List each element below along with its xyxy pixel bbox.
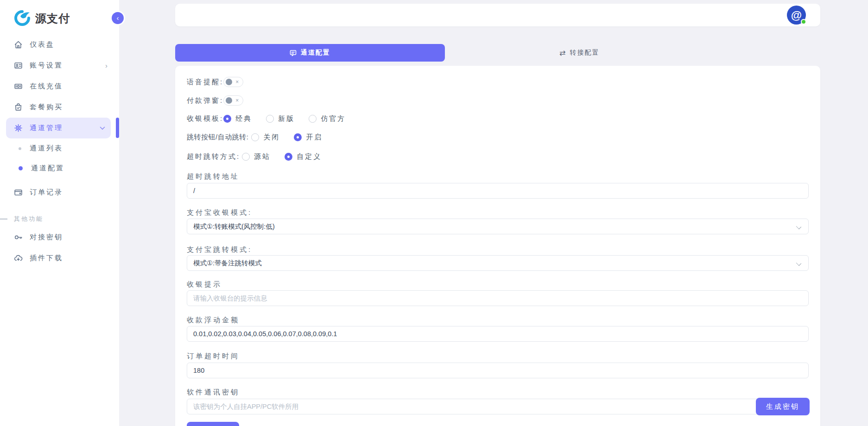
- timeout-mode-row: 超时跳转方式: 源站 自定义: [187, 150, 809, 163]
- jump-auto-label: 跳转按钮/自动跳转:: [187, 133, 248, 142]
- tab-label: 通道配置: [301, 49, 330, 57]
- main-area: @ 通道配置 ⇄ 转接配置 语音提醒: × 付款弹窗: ×: [119, 0, 868, 426]
- sidebar-item-online-recharge[interactable]: 在线充值: [0, 76, 119, 97]
- sidebar-item-dashboard[interactable]: 仪表盘: [0, 34, 119, 55]
- sidebar-item-package-purchase[interactable]: 套餐购买: [0, 97, 119, 118]
- chat-icon: [290, 50, 297, 56]
- radio-selected-icon: [294, 133, 302, 141]
- radio-label: 关闭: [263, 133, 280, 142]
- sidebar-item-channel-management[interactable]: 通道管理: [6, 118, 111, 138]
- jump-auto-row: 跳转按钮/自动跳转: 关闭 开启: [187, 131, 809, 143]
- voice-reminder-row: 语音提醒: ×: [187, 76, 809, 88]
- radio-label: 开启: [306, 133, 323, 142]
- sidebar-item-plugin-download[interactable]: 插件下载: [0, 248, 119, 269]
- radio-custom[interactable]: 自定义: [285, 152, 322, 161]
- cashier-template-row: 收银模板: 经典 新版 仿官方: [187, 113, 809, 125]
- radio-source-site[interactable]: 源站: [242, 152, 271, 161]
- sidebar-item-channel-config[interactable]: 通道配置: [0, 158, 119, 178]
- software-key-row: 生成密钥: [187, 399, 809, 414]
- online-status-dot: [801, 19, 806, 25]
- voice-reminder-toggle[interactable]: ×: [223, 77, 243, 87]
- cashier-tip-input[interactable]: [187, 290, 809, 306]
- jump-auto-radios: 关闭 开启: [251, 133, 336, 142]
- id-card-icon: [14, 61, 23, 70]
- payment-popup-row: 付款弹窗: ×: [187, 94, 809, 106]
- sidebar-item-account-settings[interactable]: 账号设置 ›: [0, 55, 119, 76]
- sidebar-item-label: 通道管理: [30, 124, 63, 132]
- sidebar-item-label: 账号设置: [30, 61, 63, 70]
- top-header-bar: @: [175, 4, 820, 26]
- cloud-download-icon: [14, 254, 23, 263]
- order-timeout-input[interactable]: [187, 363, 809, 378]
- home-icon: [14, 40, 23, 49]
- sidebar-item-label: 在线充值: [30, 82, 63, 91]
- sidebar-collapse-button[interactable]: ‹: [112, 12, 124, 24]
- radio-label: 新版: [278, 114, 295, 123]
- toggle-knob: [226, 79, 232, 85]
- alipay-cashier-mode-select[interactable]: 模式①:转账模式(风控制:低): [187, 219, 809, 234]
- sidebar-section-other-functions: 其他功能: [0, 215, 119, 223]
- gear-icon: [14, 124, 23, 132]
- software-key-label: 软件通讯密钥: [187, 388, 809, 396]
- tab-transfer-config[interactable]: ⇄ 转接配置: [445, 44, 715, 62]
- radio-icon: [266, 115, 274, 123]
- bottom-action-button[interactable]: [187, 422, 239, 426]
- sidebar-item-order-records[interactable]: 订单记录: [0, 182, 119, 203]
- float-amount-label: 收款浮动金额: [187, 316, 809, 324]
- timeout-url-input[interactable]: [187, 183, 809, 199]
- sidebar: 源支付 仪表盘 账号设置 › 在线充值 套餐购买 通道管理 通道列表: [0, 0, 119, 426]
- radio-label: 仿官方: [321, 114, 346, 123]
- sidebar-active-indicator: [116, 118, 119, 138]
- float-amount-input[interactable]: [187, 326, 809, 342]
- timeout-url-label: 超时跳转地址: [187, 172, 809, 181]
- radio-jump-off[interactable]: 关闭: [251, 133, 280, 142]
- key-icon: [14, 233, 23, 242]
- software-key-input[interactable]: [187, 399, 809, 414]
- radio-classic[interactable]: 经典: [223, 114, 252, 123]
- payment-popup-toggle[interactable]: ×: [223, 95, 243, 106]
- config-tabs: 通道配置 ⇄ 转接配置: [175, 44, 714, 62]
- select-value: 模式①:转账模式(风控制:低): [193, 222, 275, 231]
- radio-official-like[interactable]: 仿官方: [309, 114, 346, 123]
- radio-new-version[interactable]: 新版: [266, 114, 295, 123]
- radio-jump-on[interactable]: 开启: [294, 133, 323, 142]
- wallet-icon: [14, 188, 23, 197]
- timeout-mode-label: 超时跳转方式:: [187, 152, 240, 161]
- cashier-tip-label: 收银提示: [187, 280, 809, 288]
- alipay-jump-mode-label: 支付宝跳转模式:: [187, 245, 809, 254]
- sidebar-item-api-keys[interactable]: 对接密钥: [0, 227, 119, 248]
- sidebar-item-label: 通道列表: [30, 144, 63, 153]
- brand-logo[interactable]: 源支付: [0, 0, 119, 30]
- sidebar-item-label: 插件下载: [30, 254, 63, 263]
- radio-label: 自定义: [297, 152, 322, 161]
- brand-logo-icon: [13, 10, 32, 27]
- payment-popup-label: 付款弹窗:: [187, 96, 223, 105]
- radio-label: 源站: [254, 152, 271, 161]
- sidebar-item-channel-list[interactable]: 通道列表: [0, 138, 119, 158]
- tab-channel-config[interactable]: 通道配置: [175, 44, 445, 62]
- sidebar-item-label: 订单记录: [30, 188, 63, 197]
- timeout-mode-radios: 源站 自定义: [242, 152, 336, 161]
- chevron-down-icon: [796, 261, 801, 266]
- toggle-knob: [226, 97, 232, 104]
- chevron-right-icon: ›: [105, 62, 109, 69]
- radio-label: 经典: [235, 114, 252, 123]
- radio-selected-icon: [285, 153, 292, 161]
- bullet-active-icon: [19, 166, 23, 170]
- sidebar-nav-other: 对接密钥 插件下载: [0, 227, 119, 269]
- select-value: 模式①:带备注跳转模式: [193, 259, 262, 268]
- sidebar-item-label: 仪表盘: [30, 40, 55, 49]
- generate-key-button[interactable]: 生成密钥: [756, 398, 810, 415]
- radio-icon: [251, 133, 259, 141]
- radio-selected-icon: [223, 115, 231, 123]
- toggle-off-icon: ×: [235, 79, 239, 85]
- bullet-icon: [19, 147, 21, 150]
- banknote-icon: [14, 82, 23, 91]
- order-timeout-label: 订单超时时间: [187, 352, 809, 360]
- user-avatar[interactable]: @: [787, 6, 806, 25]
- chevron-down-icon: [100, 126, 105, 130]
- sidebar-item-label: 套餐购买: [30, 103, 63, 112]
- alipay-cashier-mode-label: 支付宝收银模式:: [187, 208, 809, 217]
- shopping-bag-icon: [14, 103, 23, 112]
- alipay-jump-mode-select[interactable]: 模式①:带备注跳转模式: [187, 255, 809, 271]
